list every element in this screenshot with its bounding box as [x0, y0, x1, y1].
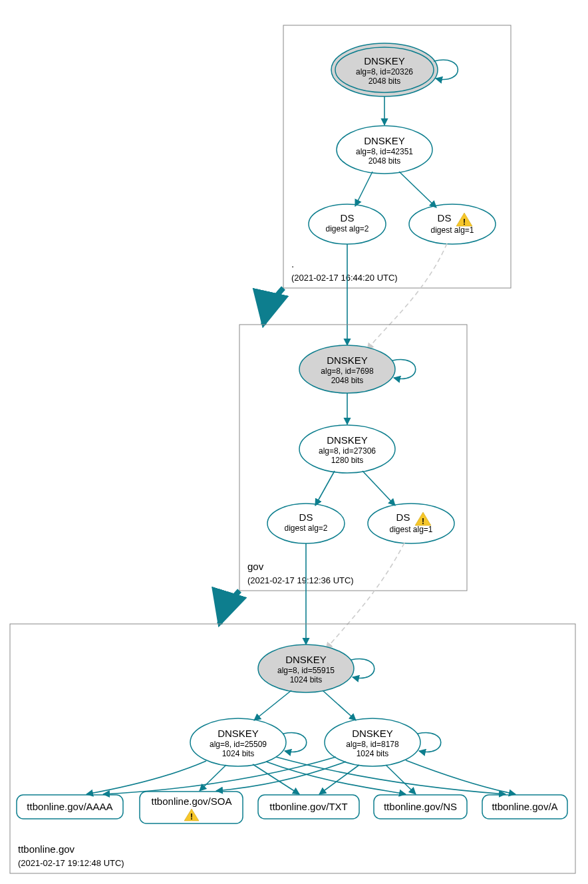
svg-text:digest alg=1: digest alg=1: [389, 525, 432, 534]
svg-text:DNSKEY: DNSKEY: [364, 135, 405, 146]
svg-text:DNSKEY: DNSKEY: [327, 434, 368, 446]
svg-text:DS: DS: [438, 212, 452, 223]
edge-self-ttb-ksk: [351, 659, 374, 678]
svg-text:alg=8, id=7698: alg=8, id=7698: [321, 367, 374, 376]
zone-gov: gov (2021-02-17 19:12:36 UTC) DNSKEY alg…: [239, 325, 467, 591]
node-rr-soa: ttbonline.gov/SOA !: [140, 792, 243, 823]
node-gov-zsk: DNSKEY alg=8, id=27306 1280 bits: [299, 425, 395, 473]
svg-text:ttbonline.gov/TXT: ttbonline.gov/TXT: [269, 801, 348, 812]
zone-root-timestamp: (2021-02-17 16:44:20 UTC): [291, 273, 398, 283]
node-rr-aaaa: ttbonline.gov/AAAA: [17, 795, 123, 819]
node-gov-ksk: DNSKEY alg=8, id=7698 2048 bits: [299, 345, 395, 393]
zone-ttbonline-timestamp: (2021-02-17 19:12:48 UTC): [18, 858, 124, 868]
zone-gov-timestamp: (2021-02-17 19:12:36 UTC): [247, 575, 354, 585]
svg-text:digest alg=1: digest alg=1: [430, 225, 474, 235]
svg-text:DNSKEY: DNSKEY: [285, 654, 327, 665]
svg-text:digest alg=2: digest alg=2: [325, 224, 368, 233]
svg-text:2048 bits: 2048 bits: [368, 156, 401, 166]
edge-self-ttb-zsk2: [418, 733, 441, 752]
node-gov-ds-alg1: DS digest alg=1 !: [368, 504, 454, 543]
node-ttb-zsk2: DNSKEY alg=8, id=8178 1024 bits: [325, 718, 420, 766]
node-root-ds-alg1: DS digest alg=1 !: [409, 204, 496, 244]
svg-text:2048 bits: 2048 bits: [368, 76, 401, 86]
node-gov-ds-alg2: DS digest alg=2: [267, 504, 345, 543]
edge-self-gov-ksk: [392, 360, 416, 379]
svg-text:ttbonline.gov/NS: ttbonline.gov/NS: [384, 801, 457, 812]
svg-text:DS: DS: [396, 512, 410, 523]
svg-text:DNSKEY: DNSKEY: [352, 728, 393, 739]
node-ttb-zsk1: DNSKEY alg=8, id=25509 1024 bits: [190, 718, 286, 766]
zone-root-name: .: [291, 258, 294, 269]
zone-ttbonline-name: ttbonline.gov: [18, 843, 75, 855]
edge-ttb-ksk-zsk2: [323, 690, 356, 720]
edge-root-zsk-ds1: [355, 172, 372, 206]
svg-text:digest alg=2: digest alg=2: [284, 523, 327, 533]
svg-point-29: [368, 504, 454, 543]
svg-text:alg=8, id=25509: alg=8, id=25509: [210, 740, 267, 749]
node-root-zsk: DNSKEY alg=8, id=42351 2048 bits: [337, 126, 432, 174]
svg-text:ttbonline.gov/A: ttbonline.gov/A: [492, 801, 557, 812]
svg-text:1024 bits: 1024 bits: [357, 749, 389, 758]
svg-text:DNSKEY: DNSKEY: [327, 355, 368, 366]
node-rr-ns: ttbonline.gov/NS: [374, 795, 467, 819]
svg-text:!: !: [422, 517, 424, 526]
delegation-root-gov: [263, 288, 283, 325]
svg-text:ttbonline.gov/SOA: ttbonline.gov/SOA: [152, 796, 232, 807]
svg-text:1024 bits: 1024 bits: [222, 749, 255, 758]
edge-gov-zsk-ds2: [363, 471, 395, 506]
svg-text:alg=8, id=42351: alg=8, id=42351: [356, 147, 413, 156]
svg-point-13: [409, 204, 496, 244]
zone-ttbonline: ttbonline.gov (2021-02-17 19:12:48 UTC) …: [10, 624, 575, 873]
svg-text:DS: DS: [341, 212, 355, 223]
zone-root: . (2021-02-17 16:44:20 UTC) DNSKEY alg=8…: [283, 25, 511, 288]
svg-text:2048 bits: 2048 bits: [331, 376, 364, 385]
svg-text:alg=8, id=8178: alg=8, id=8178: [346, 740, 399, 749]
node-root-ds-alg2: DS digest alg=2: [309, 204, 386, 244]
node-ttb-ksk: DNSKEY alg=8, id=55915 1024 bits: [258, 645, 354, 692]
node-rr-txt: ttbonline.gov/TXT: [258, 795, 359, 819]
svg-text:1024 bits: 1024 bits: [290, 675, 323, 684]
edge-root-zsk-ds2: [399, 172, 436, 208]
edge-govds2-ttb-ksk: [326, 543, 404, 649]
svg-text:alg=8, id=55915: alg=8, id=55915: [277, 666, 335, 675]
svg-text:1280 bits: 1280 bits: [331, 456, 364, 465]
edge-ttb-ksk-zsk1: [254, 690, 291, 720]
svg-text:DNSKEY: DNSKEY: [218, 728, 259, 739]
dnssec-diagram: . (2021-02-17 16:44:20 UTC) DNSKEY alg=8…: [0, 0, 588, 884]
svg-text:DS: DS: [299, 512, 313, 523]
svg-text:!: !: [190, 812, 193, 821]
svg-text:alg=8, id=27306: alg=8, id=27306: [319, 446, 376, 456]
svg-text:!: !: [463, 218, 466, 227]
node-rr-a: ttbonline.gov/A: [482, 795, 567, 819]
edge-gov-zsk-ds1: [315, 471, 335, 506]
edge-ds2-gov-ksk: [367, 243, 447, 350]
edge-self-ttb-zsk1: [283, 733, 307, 752]
svg-text:DNSKEY: DNSKEY: [364, 55, 405, 67]
zone-gov-name: gov: [247, 561, 264, 572]
node-root-ksk: DNSKEY alg=8, id=20326 2048 bits: [331, 43, 438, 96]
delegation-gov-ttbonline: [220, 591, 239, 624]
svg-text:alg=8, id=20326: alg=8, id=20326: [356, 67, 413, 76]
svg-text:ttbonline.gov/AAAA: ttbonline.gov/AAAA: [27, 801, 112, 812]
